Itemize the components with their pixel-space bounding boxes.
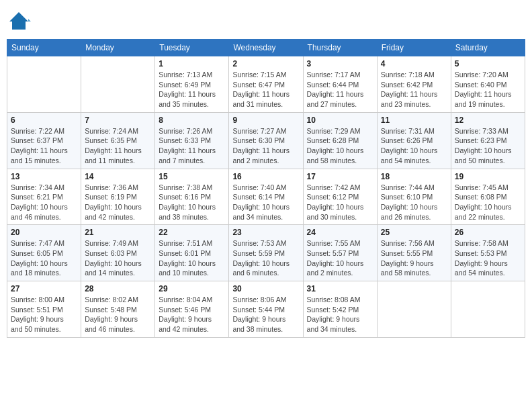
day-info: Sunrise: 7:17 AM Sunset: 6:44 PM Dayligh… [307,70,373,109]
calendar-week-row: 6Sunrise: 7:22 AM Sunset: 6:37 PM Daylig… [7,112,525,169]
day-info: Sunrise: 8:00 AM Sunset: 5:51 PM Dayligh… [11,295,77,334]
day-info: Sunrise: 7:56 AM Sunset: 5:55 PM Dayligh… [381,238,447,278]
day-number: 20 [11,228,77,237]
day-number: 25 [381,228,447,237]
calendar-table: SundayMondayTuesdayWednesdayThursdayFrid… [7,39,525,338]
day-info: Sunrise: 7:29 AM Sunset: 6:28 PM Dayligh… [307,126,373,166]
calendar-cell: 8Sunrise: 7:26 AM Sunset: 6:33 PM Daylig… [155,112,229,169]
day-number: 24 [307,228,373,237]
day-info: Sunrise: 7:49 AM Sunset: 6:03 PM Dayligh… [85,238,151,278]
calendar-cell: 10Sunrise: 7:29 AM Sunset: 6:28 PM Dayli… [303,112,377,169]
day-number: 19 [455,172,521,181]
day-info: Sunrise: 7:18 AM Sunset: 6:42 PM Dayligh… [381,70,447,109]
day-info: Sunrise: 7:27 AM Sunset: 6:30 PM Dayligh… [232,126,299,166]
day-of-week-header: Thursday [303,40,377,56]
day-number: 1 [159,59,225,68]
day-number: 29 [159,284,225,293]
calendar-cell: 30Sunrise: 8:06 AM Sunset: 5:44 PM Dayli… [229,281,303,338]
day-of-week-header: Sunday [7,40,81,56]
calendar-cell: 9Sunrise: 7:27 AM Sunset: 6:30 PM Daylig… [229,112,303,169]
calendar-cell: 17Sunrise: 7:42 AM Sunset: 6:12 PM Dayli… [303,169,377,225]
day-info: Sunrise: 7:58 AM Sunset: 5:53 PM Dayligh… [455,238,521,278]
day-info: Sunrise: 7:40 AM Sunset: 6:14 PM Dayligh… [232,183,299,222]
day-info: Sunrise: 7:38 AM Sunset: 6:16 PM Dayligh… [159,183,225,222]
day-info: Sunrise: 7:51 AM Sunset: 6:01 PM Dayligh… [159,238,225,278]
day-number: 6 [11,116,77,125]
calendar-week-row: 13Sunrise: 7:34 AM Sunset: 6:21 PM Dayli… [7,169,525,225]
svg-marker-0 [9,12,28,30]
day-number: 2 [232,59,299,68]
calendar-cell: 20Sunrise: 7:47 AM Sunset: 6:05 PM Dayli… [7,225,81,281]
calendar-cell: 29Sunrise: 8:04 AM Sunset: 5:46 PM Dayli… [155,281,229,338]
calendar-cell: 24Sunrise: 7:55 AM Sunset: 5:57 PM Dayli… [303,225,377,281]
day-number: 10 [307,116,373,125]
day-number: 3 [307,59,373,68]
calendar-cell: 21Sunrise: 7:49 AM Sunset: 6:03 PM Dayli… [81,225,155,281]
day-info: Sunrise: 7:44 AM Sunset: 6:10 PM Dayligh… [381,183,447,222]
calendar-cell: 6Sunrise: 7:22 AM Sunset: 6:37 PM Daylig… [7,112,81,169]
day-number: 23 [232,228,299,237]
calendar-cell [451,281,525,338]
day-number: 13 [11,172,77,181]
day-of-week-header: Tuesday [155,40,229,56]
calendar-week-row: 27Sunrise: 8:00 AM Sunset: 5:51 PM Dayli… [7,281,525,338]
day-number: 12 [455,116,521,125]
day-number: 8 [159,116,225,125]
day-info: Sunrise: 8:04 AM Sunset: 5:46 PM Dayligh… [159,295,225,334]
day-info: Sunrise: 7:24 AM Sunset: 6:35 PM Dayligh… [85,126,151,166]
calendar-cell: 13Sunrise: 7:34 AM Sunset: 6:21 PM Dayli… [7,169,81,225]
calendar-cell: 11Sunrise: 7:31 AM Sunset: 6:26 PM Dayli… [377,112,451,169]
calendar-cell: 23Sunrise: 7:53 AM Sunset: 5:59 PM Dayli… [229,225,303,281]
day-info: Sunrise: 7:15 AM Sunset: 6:47 PM Dayligh… [232,70,299,109]
calendar-header-row: SundayMondayTuesdayWednesdayThursdayFrid… [7,40,525,56]
calendar-cell: 18Sunrise: 7:44 AM Sunset: 6:10 PM Dayli… [377,169,451,225]
day-number: 15 [159,172,225,181]
calendar-cell: 1Sunrise: 7:13 AM Sunset: 6:49 PM Daylig… [155,56,229,113]
day-number: 26 [455,228,521,237]
day-number: 11 [381,116,447,125]
day-number: 27 [11,284,77,293]
calendar-cell: 5Sunrise: 7:20 AM Sunset: 6:40 PM Daylig… [451,56,525,113]
day-number: 28 [85,284,151,293]
calendar-week-row: 20Sunrise: 7:47 AM Sunset: 6:05 PM Dayli… [7,225,525,281]
calendar-cell [377,281,451,338]
day-number: 14 [85,172,151,181]
day-of-week-header: Friday [377,40,451,56]
page-header [7,7,525,34]
day-number: 7 [85,116,151,125]
day-number: 16 [232,172,299,181]
calendar-cell: 14Sunrise: 7:36 AM Sunset: 6:19 PM Dayli… [81,169,155,225]
day-info: Sunrise: 7:34 AM Sunset: 6:21 PM Dayligh… [11,183,77,222]
calendar-cell: 7Sunrise: 7:24 AM Sunset: 6:35 PM Daylig… [81,112,155,169]
day-info: Sunrise: 7:55 AM Sunset: 5:57 PM Dayligh… [307,238,373,278]
day-info: Sunrise: 7:20 AM Sunset: 6:40 PM Dayligh… [455,70,521,109]
day-info: Sunrise: 7:42 AM Sunset: 6:12 PM Dayligh… [307,183,373,222]
day-of-week-header: Wednesday [229,40,303,56]
logo [7,9,34,34]
day-number: 31 [307,284,373,293]
calendar-cell [81,56,155,113]
calendar-cell: 27Sunrise: 8:00 AM Sunset: 5:51 PM Dayli… [7,281,81,338]
day-number: 22 [159,228,225,237]
calendar-cell: 25Sunrise: 7:56 AM Sunset: 5:55 PM Dayli… [377,225,451,281]
day-number: 30 [232,284,299,293]
day-info: Sunrise: 7:47 AM Sunset: 6:05 PM Dayligh… [11,238,77,278]
calendar-cell: 26Sunrise: 7:58 AM Sunset: 5:53 PM Dayli… [451,225,525,281]
calendar-cell: 15Sunrise: 7:38 AM Sunset: 6:16 PM Dayli… [155,169,229,225]
day-number: 17 [307,172,373,181]
day-of-week-header: Monday [81,40,155,56]
day-info: Sunrise: 8:06 AM Sunset: 5:44 PM Dayligh… [232,295,299,334]
calendar-cell: 4Sunrise: 7:18 AM Sunset: 6:42 PM Daylig… [377,56,451,113]
day-number: 4 [381,59,447,68]
day-of-week-header: Saturday [451,40,525,56]
day-info: Sunrise: 7:33 AM Sunset: 6:23 PM Dayligh… [455,126,521,166]
calendar-cell: 28Sunrise: 8:02 AM Sunset: 5:48 PM Dayli… [81,281,155,338]
calendar-cell [7,56,81,113]
calendar-cell: 2Sunrise: 7:15 AM Sunset: 6:47 PM Daylig… [229,56,303,113]
calendar-cell: 19Sunrise: 7:45 AM Sunset: 6:08 PM Dayli… [451,169,525,225]
day-info: Sunrise: 7:31 AM Sunset: 6:26 PM Dayligh… [381,126,447,166]
day-info: Sunrise: 7:45 AM Sunset: 6:08 PM Dayligh… [455,183,521,222]
calendar-cell: 31Sunrise: 8:08 AM Sunset: 5:42 PM Dayli… [303,281,377,338]
day-number: 18 [381,172,447,181]
day-info: Sunrise: 7:13 AM Sunset: 6:49 PM Dayligh… [159,70,225,109]
